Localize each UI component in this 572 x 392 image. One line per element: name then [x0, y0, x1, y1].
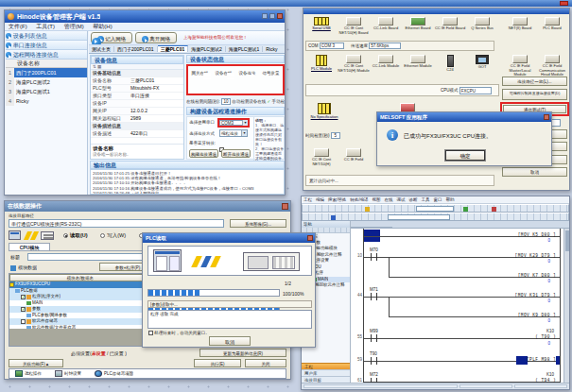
ladder-canvas[interactable]: [MOV K5 D80 ] 0 10 M70 [MOV K29 D79 ] 0 …	[351, 229, 563, 383]
close-icon[interactable]	[282, 203, 288, 210]
prop-value[interactable]: 2989	[130, 115, 183, 122]
output-log[interactable]: 2016/11/30 17:01:25 设备连接通道已打开！ 2016/11/3…	[90, 169, 285, 195]
hinode-titlebar[interactable]: Hinode设备管理客户端 v1.5	[5, 10, 285, 23]
nav-tab-userlib[interactable]: 用户库	[302, 369, 350, 376]
ladder-instruction[interactable]: [MOV K7 D80 ]	[518, 273, 556, 278]
tool-remote[interactable]: 远程操作	[15, 370, 42, 377]
table-row[interactable]: 2海康PLC测试2	[6, 77, 87, 87]
sidebar-item-serial[interactable]: 串口连接信息	[6, 41, 87, 50]
tab-cpu-module[interactable]: CPU模块	[9, 243, 50, 250]
close-icon[interactable]	[277, 13, 283, 19]
refresh-button[interactable]: 更新为最新的信息(R)	[199, 349, 286, 357]
ladder-instruction[interactable]: [MOV K9 D80 ]	[518, 313, 556, 317]
tab-ricky[interactable]: Ricky	[263, 46, 280, 52]
sidebar-item-remote[interactable]: 远程网络连接信息	[6, 50, 87, 60]
manual-detect-label[interactable]: 手动检测设备在线	[272, 99, 285, 104]
auto-detect-check[interactable]: ✓	[268, 99, 271, 104]
module-data-chip[interactable]: 模块数据	[10, 264, 37, 271]
plc-if-item[interactable]: CC IE Cont NET/10(H) Module	[338, 55, 370, 73]
radio-write[interactable]: 写入(W)	[100, 232, 126, 238]
timer-coil[interactable]: ( T90 )	[535, 334, 556, 339]
tab-home[interactable]: 测试主页	[89, 46, 114, 52]
popup-titlebar[interactable]: MELSOFT 应用程序	[377, 112, 551, 122]
close-icon[interactable]	[560, 1, 568, 6]
maximize-icon[interactable]	[269, 13, 275, 19]
com-port-value[interactable]: COM 3	[320, 43, 344, 49]
ladder-instruction[interactable]: [PLF M98 ]	[527, 357, 556, 362]
online-titlebar[interactable]: 在线数据操作	[5, 201, 290, 212]
auto-close-checkbox[interactable]	[148, 331, 153, 335]
ladder-instruction[interactable]: [MOV K5 D80 ]	[518, 232, 556, 237]
gx-menu-item[interactable]: 在线	[385, 197, 393, 202]
connection-path-list-button[interactable]: 连接路径一览(L)...	[502, 77, 567, 86]
tab-siemens[interactable]: 西门子200PLC01	[114, 46, 158, 52]
plc-if-item[interactable]: GOT	[466, 55, 498, 70]
gx-menu-item[interactable]: 窗口	[434, 197, 442, 202]
gx-menu-item[interactable]: 工具	[422, 197, 430, 202]
menu-manage[interactable]: 管理(M)	[64, 24, 84, 29]
table-row[interactable]: 1西门子200PLC01	[6, 68, 87, 77]
prop-value[interactable]: 串口连接	[130, 93, 183, 99]
cpu-mode-value[interactable]: FXCPU	[459, 87, 492, 94]
row-checkbox[interactable]	[21, 307, 26, 312]
contact-label[interactable]: M70	[370, 247, 378, 252]
table-row[interactable]: 3海康PLC测试1	[6, 87, 87, 96]
cancel-button[interactable]: 取消	[502, 167, 567, 177]
plc-read-titlebar[interactable]: PLC读取	[143, 233, 315, 243]
tool-clear[interactable]: PLC存储器清除	[95, 370, 133, 377]
direct-connection-button[interactable]: 可编程控制器直接连接设置(D)	[502, 89, 567, 100]
related-functions-button[interactable]: 关联功能(F)▲	[9, 359, 63, 367]
leave-network-button[interactable]: 离开网络	[135, 32, 177, 43]
vertical-scrollbar[interactable]	[563, 229, 569, 383]
mode-select[interactable]: 编程连接▾	[219, 129, 248, 137]
row-checkbox[interactable]	[21, 295, 26, 299]
plc-if-item[interactable]: PLC Module	[305, 55, 338, 72]
pc-if-item[interactable]: Serial USB	[305, 17, 338, 31]
plc-if-item[interactable]: Ethernet Module	[402, 55, 434, 69]
gx-toolbar-row1[interactable]	[302, 204, 569, 213]
speed-value[interactable]: 57.6Kbps	[369, 43, 401, 49]
ladder-instruction[interactable]: [MOV K29 D79 ]	[515, 253, 556, 258]
contact-label[interactable]: M72	[370, 372, 378, 377]
interval-input[interactable]: 10	[221, 98, 231, 105]
table-row[interactable]: 4Ricky	[6, 96, 87, 106]
com-select[interactable]: COM3▾	[219, 120, 248, 126]
gx-toolbar-row2[interactable]	[302, 213, 569, 221]
tab-hik1[interactable]: 海康PLC测试1	[226, 46, 264, 52]
transfer-titlebar[interactable]	[303, 9, 569, 14]
contact-label[interactable]: M71	[370, 287, 378, 292]
prop-group[interactable]: 设备描述信息	[91, 123, 125, 129]
prop-value[interactable]: Mitsubishi-FX	[130, 85, 183, 92]
menu-file[interactable]: 文件(F)	[9, 24, 27, 29]
pc-if-item[interactable]: Ethernet Board	[402, 17, 434, 31]
auto-close-row[interactable]: 处理结束时，自动关闭窗口。	[148, 331, 210, 335]
tab-hik2[interactable]: 海康PLC测试2	[188, 46, 226, 52]
disconnect-channel-button[interactable]: 断开连接通道	[221, 149, 251, 158]
execute-button[interactable]: 执行(E)	[194, 359, 241, 367]
row-checkbox[interactable]	[21, 319, 26, 324]
build-channel-button[interactable]: 构建连接通道	[189, 149, 218, 158]
gx-menu-item[interactable]: 视图	[373, 197, 381, 202]
plc-if-item[interactable]: C24	[434, 55, 466, 73]
plc-if-item[interactable]: CC IE Field Communication Head Module	[536, 55, 568, 77]
ladder-instruction[interactable]: [MOV K31 D79 ]	[515, 293, 556, 298]
prop-value[interactable]: 422串口	[130, 130, 183, 137]
prop-value[interactable]: 三菱PLC01	[130, 77, 183, 84]
sidebar-item-devices[interactable]: 设备列表信息	[6, 31, 87, 41]
prop-value[interactable]: 12.0.0.2	[130, 108, 183, 114]
check-time-value[interactable]: 5	[331, 132, 340, 139]
prop-value[interactable]	[130, 100, 183, 107]
gx-menu-item[interactable]: 转换/编译	[350, 197, 368, 202]
scrollbar-thumb[interactable]	[565, 230, 569, 251]
route-item[interactable]: CC IE Cont NET/10(H)	[305, 148, 338, 166]
close-icon[interactable]	[307, 235, 313, 241]
toolbar-dropdown[interactable]	[388, 214, 450, 220]
minimize-icon[interactable]	[262, 13, 268, 19]
pc-if-item[interactable]: CC IE Field Board	[434, 17, 466, 31]
popup-ok-button[interactable]: 确定	[445, 150, 485, 161]
route-item[interactable]: CC IE Field	[338, 148, 370, 162]
contact-label[interactable]: T90	[370, 351, 377, 356]
nav-tab-project[interactable]: 工程	[302, 363, 350, 369]
pc-if-item[interactable]: CC-Link Board	[370, 17, 402, 31]
system-image-button[interactable]: 系统图像(G)...	[230, 219, 286, 228]
